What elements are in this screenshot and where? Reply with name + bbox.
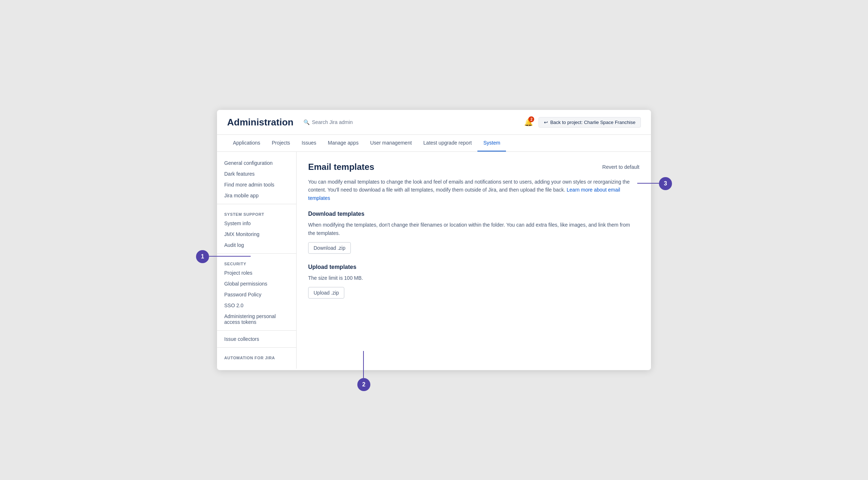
- annotation-3-line: [637, 183, 659, 184]
- notification-bell[interactable]: 🔔 2: [523, 116, 534, 128]
- tab-applications[interactable]: Applications: [227, 135, 266, 151]
- tab-issues[interactable]: Issues: [296, 135, 322, 151]
- annotation-2: 2: [357, 378, 370, 391]
- page-header-row: Email templates Revert to default: [308, 162, 639, 172]
- upload-section-description: The size limit is 100 MB.: [308, 274, 634, 282]
- sidebar-item-password-policy[interactable]: Password Policy: [217, 289, 296, 300]
- sidebar-item-audit-log[interactable]: Audit log: [217, 240, 296, 250]
- main-content: Email templates Revert to default You ca…: [297, 152, 651, 369]
- annotation-3: 3: [659, 177, 672, 190]
- sidebar-item-jmx-monitoring[interactable]: JMX Monitoring: [217, 229, 296, 240]
- back-to-project-button[interactable]: ↩ Back to project: Charlie Space Franchi…: [539, 117, 641, 128]
- system-support-section-label: SYSTEM SUPPORT: [217, 207, 296, 218]
- sidebar-item-sso[interactable]: SSO 2.0: [217, 300, 296, 311]
- sidebar-item-system-info[interactable]: System info: [217, 218, 296, 229]
- download-zip-button[interactable]: Download .zip: [308, 242, 351, 254]
- sidebar-item-dark-features[interactable]: Dark features: [217, 168, 296, 179]
- tab-latest-upgrade-report[interactable]: Latest upgrade report: [418, 135, 478, 151]
- header-right: 🔔 2 ↩ Back to project: Charlie Space Fra…: [523, 116, 641, 128]
- download-section: Download templates When modifying the te…: [308, 211, 639, 254]
- tab-system[interactable]: System: [477, 135, 506, 151]
- sidebar: General configuration Dark features Find…: [217, 152, 297, 369]
- main-window: Administration 🔍 Search Jira admin 🔔 2 ↩…: [217, 110, 651, 370]
- tab-manage-apps[interactable]: Manage apps: [322, 135, 365, 151]
- sidebar-divider-3: [217, 330, 296, 331]
- upload-section: Upload templates The size limit is 100 M…: [308, 264, 639, 299]
- sidebar-divider-2: [217, 253, 296, 254]
- search-icon: 🔍: [303, 119, 310, 125]
- annotation-1: 1: [196, 250, 209, 263]
- sidebar-item-personal-access-tokens[interactable]: Administering personal access tokens: [217, 311, 296, 327]
- tab-projects[interactable]: Projects: [266, 135, 296, 151]
- sidebar-item-global-permissions[interactable]: Global permissions: [217, 278, 296, 289]
- sidebar-item-jira-mobile[interactable]: Jira mobile app: [217, 190, 296, 201]
- sidebar-item-find-admin-tools[interactable]: Find more admin tools: [217, 179, 296, 190]
- upload-zip-button[interactable]: Upload .zip: [308, 287, 344, 299]
- sidebar-item-general-config[interactable]: General configuration: [217, 158, 296, 168]
- email-templates-title: Email templates: [308, 162, 374, 172]
- sidebar-item-issue-collectors[interactable]: Issue collectors: [217, 334, 296, 344]
- annotation-1-line: [209, 256, 251, 257]
- tab-user-management[interactable]: User management: [364, 135, 417, 151]
- annotation-2-line: [363, 351, 364, 378]
- body-layout: General configuration Dark features Find…: [217, 152, 651, 369]
- download-section-title: Download templates: [308, 211, 639, 217]
- download-section-description: When modifying the templates, don't chan…: [308, 221, 634, 237]
- email-templates-description: You can modify email templates to change…: [308, 178, 634, 202]
- search-label: Search Jira admin: [312, 119, 353, 125]
- nav-tabs: Applications Projects Issues Manage apps…: [217, 135, 651, 152]
- page-title: Administration: [227, 117, 293, 128]
- notification-badge: 2: [528, 116, 534, 122]
- sidebar-divider-1: [217, 204, 296, 204]
- sidebar-divider-4: [217, 347, 296, 348]
- automation-section-label: AUTOMATION FOR JIRA: [217, 351, 296, 361]
- header: Administration 🔍 Search Jira admin 🔔 2 ↩…: [217, 110, 651, 135]
- back-arrow-icon: ↩: [544, 120, 548, 125]
- search-bar[interactable]: 🔍 Search Jira admin: [303, 119, 353, 125]
- upload-section-title: Upload templates: [308, 264, 639, 270]
- revert-to-default-link[interactable]: Revert to default: [602, 164, 639, 170]
- sidebar-item-project-roles[interactable]: Project roles: [217, 267, 296, 278]
- security-section-label: SECURITY: [217, 257, 296, 267]
